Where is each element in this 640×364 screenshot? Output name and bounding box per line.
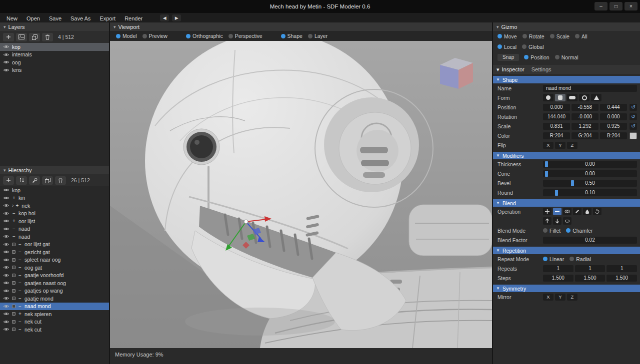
history-forward-button[interactable]: ▶ bbox=[172, 14, 181, 21]
viewport-canvas[interactable] bbox=[110, 41, 492, 349]
hierarchy-row[interactable]: −gaatjes op wang bbox=[0, 287, 109, 295]
visibility-eye-icon[interactable] bbox=[3, 320, 10, 324]
radio-radial[interactable]: Radial bbox=[570, 256, 591, 262]
number-field[interactable]: 1.292 bbox=[572, 123, 598, 130]
operation-paint-button[interactable] bbox=[573, 208, 582, 215]
menu-render[interactable]: Render bbox=[120, 15, 147, 21]
number-field[interactable]: 1.500 bbox=[575, 275, 606, 282]
hierarchy-row[interactable]: −gaatjes naast oog bbox=[0, 279, 109, 287]
operation-push-button[interactable] bbox=[553, 217, 562, 225]
visibility-eye-icon[interactable] bbox=[3, 60, 10, 64]
radio-global[interactable]: Global bbox=[522, 44, 544, 50]
blend-section-header[interactable]: ▼ Blend bbox=[493, 199, 640, 207]
radio-local[interactable]: Local bbox=[498, 44, 516, 50]
toggle-z[interactable]: Z bbox=[567, 294, 578, 301]
history-back-button[interactable]: ◀ bbox=[160, 14, 169, 21]
thickness-slider[interactable]: 0.00 bbox=[543, 161, 637, 168]
form-sphere-button[interactable] bbox=[543, 94, 554, 101]
bevel-slider[interactable]: 0.50 bbox=[543, 180, 637, 187]
number-field[interactable]: 0.831 bbox=[543, 123, 570, 130]
hierarchy-row[interactable]: −nek cut bbox=[0, 326, 109, 334]
operation-cycle-button[interactable] bbox=[593, 208, 602, 215]
number-field[interactable]: -0.000 bbox=[572, 113, 598, 120]
layer-row[interactable]: lens bbox=[0, 66, 109, 74]
radio-shape[interactable]: Shape bbox=[281, 33, 302, 39]
operation-intersect-button[interactable] bbox=[563, 208, 572, 215]
radio-linear[interactable]: Linear bbox=[543, 256, 564, 262]
visibility-eye-icon[interactable] bbox=[3, 227, 10, 231]
form-cone-button[interactable] bbox=[591, 94, 602, 101]
visibility-eye-icon[interactable] bbox=[3, 265, 10, 270]
number-field[interactable]: B:204 bbox=[600, 132, 627, 139]
duplicate-layer-button[interactable] bbox=[29, 33, 40, 41]
modifiers-section-header[interactable]: ▼ Modifiers bbox=[493, 152, 640, 159]
number-field[interactable]: 1 bbox=[543, 265, 574, 272]
visibility-eye-icon[interactable] bbox=[3, 281, 10, 285]
hierarchy-row[interactable]: +kin bbox=[0, 194, 109, 202]
menu-export[interactable]: Export bbox=[95, 15, 120, 21]
number-field[interactable]: R:204 bbox=[543, 132, 570, 139]
tools-button[interactable] bbox=[29, 176, 40, 185]
reset-rotation-button[interactable]: ↺ bbox=[630, 113, 637, 120]
visibility-eye-icon[interactable] bbox=[3, 203, 10, 208]
round-slider[interactable]: 0.10 bbox=[543, 189, 637, 196]
visibility-eye-icon[interactable] bbox=[3, 273, 10, 278]
number-field[interactable]: 0.444 bbox=[600, 104, 627, 111]
gizmo-panel-header[interactable]: ▾ Gizmo bbox=[493, 22, 640, 31]
visibility-eye-icon[interactable] bbox=[3, 44, 10, 49]
delete-layer-button[interactable] bbox=[42, 33, 53, 41]
reset-position-button[interactable]: ↺ bbox=[630, 104, 637, 111]
radio-layer[interactable]: Layer bbox=[308, 33, 328, 39]
visibility-eye-icon[interactable] bbox=[3, 211, 10, 216]
layer-row[interactable]: oog bbox=[0, 58, 109, 66]
visibility-eye-icon[interactable] bbox=[3, 304, 10, 309]
operation-subtract-button[interactable] bbox=[553, 208, 562, 215]
radio-normal[interactable]: Normal bbox=[555, 54, 578, 60]
number-field[interactable]: 0.000 bbox=[600, 113, 627, 120]
radio-move[interactable]: Move bbox=[498, 33, 517, 39]
number-field[interactable]: 1.500 bbox=[606, 275, 637, 282]
radio-position[interactable]: Position bbox=[524, 54, 549, 60]
snap-button[interactable]: Snap bbox=[498, 54, 519, 61]
visibility-eye-icon[interactable] bbox=[3, 250, 10, 254]
color-swatch[interactable] bbox=[630, 132, 637, 139]
reset-scale-button[interactable]: ↺ bbox=[630, 123, 637, 130]
visibility-eye-icon[interactable] bbox=[3, 258, 10, 262]
toggle-y[interactable]: Y bbox=[555, 142, 566, 149]
number-field[interactable]: 0.925 bbox=[600, 123, 627, 130]
hierarchy-row[interactable]: −naad bbox=[0, 225, 109, 233]
operation-add-button[interactable] bbox=[543, 208, 552, 215]
visibility-eye-icon[interactable] bbox=[3, 188, 10, 192]
radio-preview[interactable]: Preview bbox=[142, 33, 168, 39]
hierarchy-row[interactable]: ›+nek bbox=[0, 202, 109, 210]
visibility-eye-icon[interactable] bbox=[3, 68, 10, 72]
menu-new[interactable]: New bbox=[2, 15, 22, 21]
visibility-eye-icon[interactable] bbox=[3, 219, 10, 223]
viewport-header[interactable]: ▾ Viewport bbox=[110, 22, 492, 31]
number-field[interactable]: 1 bbox=[575, 265, 606, 272]
operation-mask-button[interactable] bbox=[563, 217, 572, 225]
layers-panel-header[interactable]: ▾ Layers bbox=[0, 22, 109, 31]
layer-row[interactable]: kop bbox=[0, 43, 109, 51]
tab-settings[interactable]: Settings bbox=[532, 66, 552, 72]
minimize-button[interactable]: – bbox=[594, 2, 608, 10]
radio-chamfer[interactable]: Chamfer bbox=[566, 228, 592, 234]
hierarchy-row[interactable]: −naad mond bbox=[0, 303, 109, 311]
hierarchy-row[interactable]: −spleet naar oog bbox=[0, 256, 109, 264]
operation-pull-button[interactable] bbox=[543, 217, 552, 225]
expand-chevron-icon[interactable]: › bbox=[12, 203, 14, 208]
hierarchy-row[interactable]: −naad bbox=[0, 233, 109, 241]
radio-perspective[interactable]: Perspective bbox=[228, 33, 262, 39]
add-shape-button[interactable] bbox=[3, 176, 14, 185]
form-box-button[interactable] bbox=[555, 94, 566, 101]
menu-open[interactable]: Open bbox=[22, 15, 44, 21]
radio-model[interactable]: Model bbox=[116, 33, 137, 39]
layer-row[interactable]: internals bbox=[0, 51, 109, 59]
visibility-eye-icon[interactable] bbox=[3, 296, 10, 301]
toggle-y[interactable]: Y bbox=[555, 294, 566, 301]
sort-button[interactable] bbox=[16, 176, 27, 185]
number-field[interactable]: -0.558 bbox=[572, 104, 598, 111]
hierarchy-row[interactable]: −gaatje voorhoofd bbox=[0, 272, 109, 280]
hierarchy-row[interactable]: −gaatje mond bbox=[0, 295, 109, 303]
delete-shape-button[interactable] bbox=[55, 176, 66, 185]
